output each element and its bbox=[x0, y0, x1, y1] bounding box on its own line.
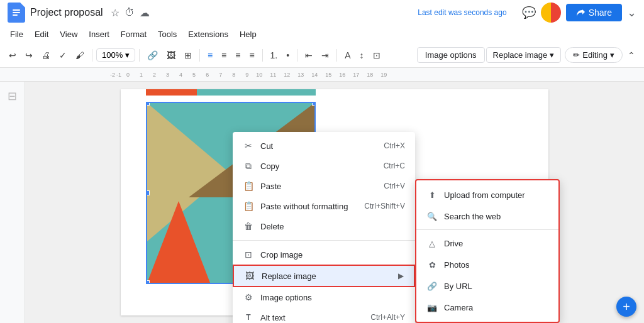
search-web-icon: 🔍 bbox=[426, 211, 438, 222]
color-button[interactable]: A bbox=[341, 48, 354, 63]
user-avatar[interactable] bbox=[541, 3, 561, 23]
paint-format-button[interactable]: 🖌 bbox=[72, 48, 88, 63]
share-button-label: Share bbox=[589, 8, 612, 18]
context-menu-image-options[interactable]: ⚙ Image options bbox=[233, 287, 415, 307]
editing-chevron-icon: ▾ bbox=[610, 50, 614, 60]
copy-label: Copy bbox=[260, 162, 377, 171]
menu-extensions[interactable]: Extensions bbox=[183, 28, 233, 40]
handle-bl[interactable] bbox=[146, 280, 150, 284]
replace-image-button[interactable]: Replace image ▾ bbox=[486, 47, 562, 63]
add-fab-button[interactable]: + bbox=[616, 297, 636, 317]
menu-help[interactable]: Help bbox=[235, 28, 262, 40]
context-menu-delete[interactable]: 🗑 Delete bbox=[233, 216, 415, 236]
justify-button[interactable]: ≡ bbox=[245, 48, 258, 63]
paste-icon: 📋 bbox=[243, 180, 254, 192]
comment-icon-button[interactable]: 💬 bbox=[522, 6, 536, 19]
indent-less-button[interactable]: ⇤ bbox=[301, 48, 316, 63]
print-button[interactable]: 🖨 bbox=[38, 48, 54, 63]
context-menu-paste[interactable]: 📋 Paste Ctrl+V bbox=[233, 176, 415, 196]
context-menu-cut[interactable]: ✂ Cut Ctrl+X bbox=[233, 136, 415, 156]
context-menu-crop[interactable]: ⊡ Crop image bbox=[233, 244, 415, 265]
image-button[interactable]: 🖼 bbox=[163, 48, 179, 63]
paste-shortcut: Ctrl+V bbox=[384, 182, 405, 190]
zoom-level: 100% bbox=[102, 50, 123, 60]
editing-mode-button[interactable]: ✏ Editing ▾ bbox=[565, 47, 623, 63]
link-button[interactable]: 🔗 bbox=[143, 48, 162, 63]
doc-title: Project proposal bbox=[30, 7, 103, 18]
replace-image-arrow: ▾ bbox=[550, 50, 554, 60]
paste-no-format-shortcut: Ctrl+Shift+V bbox=[364, 202, 405, 211]
document-content: ✂ Cut Ctrl+X ⧉ Copy Ctrl+C 📋 Paste Ctrl+… bbox=[25, 82, 644, 323]
replace-image-icon: 🖼 bbox=[244, 270, 255, 282]
replace-image-label: Replace image bbox=[262, 271, 392, 281]
copy-shortcut: Ctrl+C bbox=[384, 162, 405, 170]
context-menu-alt-text[interactable]: T Alt text Ctrl+Alt+Y bbox=[233, 307, 415, 323]
menu-format[interactable]: Format bbox=[116, 28, 152, 40]
handle-ml[interactable] bbox=[146, 190, 150, 195]
submenu-drive[interactable]: △ Drive bbox=[416, 233, 558, 254]
menu-insert[interactable]: Insert bbox=[84, 28, 114, 40]
shape-tan bbox=[147, 103, 229, 241]
menu-tools[interactable]: Tools bbox=[153, 28, 182, 40]
submenu-divider bbox=[416, 229, 558, 230]
submenu-search-web[interactable]: 🔍 Search the web bbox=[416, 205, 558, 227]
handle-tl[interactable] bbox=[146, 102, 150, 106]
top-bar: Project proposal ☆ ⏱ ☁ Last edit was sec… bbox=[0, 0, 644, 25]
page-thumbnail[interactable]: ⊟ bbox=[8, 89, 17, 103]
context-menu-paste-no-format[interactable]: 📋 Paste without formatting Ctrl+Shift+V bbox=[233, 196, 415, 216]
star-icon[interactable]: ☆ bbox=[111, 7, 119, 19]
spell-check-button[interactable]: ✓ bbox=[55, 48, 70, 63]
cut-shortcut: Ctrl+X bbox=[384, 141, 405, 150]
photos-label: Photos bbox=[444, 260, 469, 270]
paste-no-format-label: Paste without formatting bbox=[260, 202, 358, 211]
drive-icon: △ bbox=[426, 238, 438, 249]
camera-label: Camera bbox=[444, 303, 473, 312]
zoom-button[interactable]: 100% ▾ bbox=[96, 48, 135, 62]
upload-icon: ⬆ bbox=[426, 189, 438, 200]
context-menu-replace-image[interactable]: 🖼 Replace image ▶ bbox=[233, 265, 415, 287]
replace-image-label: Replace image bbox=[493, 50, 548, 60]
camera-icon: 📷 bbox=[426, 302, 438, 313]
menu-view[interactable]: View bbox=[55, 28, 82, 40]
alt-text-shortcut: Ctrl+Alt+Y bbox=[370, 313, 405, 322]
toolbar-divider-4 bbox=[262, 49, 263, 62]
image-options-button[interactable]: Image options bbox=[417, 47, 485, 63]
context-menu-copy[interactable]: ⧉ Copy Ctrl+C bbox=[233, 156, 415, 176]
handle-tr[interactable] bbox=[312, 102, 316, 106]
history-icon[interactable]: ⏱ bbox=[125, 7, 135, 18]
line-spacing-button[interactable]: ↕ bbox=[356, 48, 368, 63]
share-button[interactable]: Share bbox=[566, 4, 622, 21]
collapse-toolbar-button[interactable]: ⌃ bbox=[624, 48, 639, 63]
menu-file[interactable]: File bbox=[5, 28, 28, 40]
table-button[interactable]: ⊞ bbox=[180, 48, 196, 63]
undo-button[interactable]: ↩ bbox=[5, 48, 20, 63]
toolbar: ↩ ↪ 🖨 ✓ 🖌 100% ▾ 🔗 🖼 ⊞ ≡ ≡ ≡ ≡ 1. • ⇤ ⇥ … bbox=[0, 43, 644, 68]
indent-more-button[interactable]: ⇥ bbox=[318, 48, 333, 63]
by-url-icon: 🔗 bbox=[426, 280, 438, 292]
list-bullet-button[interactable]: • bbox=[282, 48, 293, 63]
top-right-actions: 💬 Share ⌄ bbox=[522, 3, 636, 23]
toolbar-divider-5 bbox=[297, 49, 297, 62]
list-number-button[interactable]: 1. bbox=[267, 48, 282, 63]
paste-no-format-icon: 📋 bbox=[243, 200, 254, 212]
page-layout-button[interactable]: ⊡ bbox=[369, 48, 384, 63]
alt-text-label: Alt text bbox=[260, 313, 364, 322]
align-left-button[interactable]: ≡ bbox=[204, 48, 216, 63]
menu-bar: File Edit View Insert Format Tools Exten… bbox=[0, 25, 644, 43]
cloud-icon[interactable]: ☁ bbox=[140, 7, 150, 19]
document-area: ⊟ bbox=[0, 82, 644, 323]
toolbar-divider-6 bbox=[336, 49, 337, 62]
align-right-button[interactable]: ≡ bbox=[231, 48, 244, 63]
toolbar-divider-1 bbox=[92, 49, 92, 62]
submenu-upload[interactable]: ⬆ Upload from computer bbox=[416, 184, 558, 205]
submenu-photos[interactable]: ✿ Photos bbox=[416, 254, 558, 275]
context-menu: ✂ Cut Ctrl+X ⧉ Copy Ctrl+C 📋 Paste Ctrl+… bbox=[233, 132, 415, 323]
redo-button[interactable]: ↪ bbox=[21, 48, 36, 63]
cut-icon: ✂ bbox=[243, 140, 254, 151]
align-center-button[interactable]: ≡ bbox=[218, 48, 230, 63]
expand-icon[interactable]: ⌄ bbox=[627, 6, 636, 19]
submenu-by-url[interactable]: 🔗 By URL bbox=[416, 275, 558, 297]
menu-edit[interactable]: Edit bbox=[30, 28, 53, 40]
delete-label: Delete bbox=[260, 222, 405, 231]
submenu-camera[interactable]: 📷 Camera bbox=[416, 297, 558, 318]
